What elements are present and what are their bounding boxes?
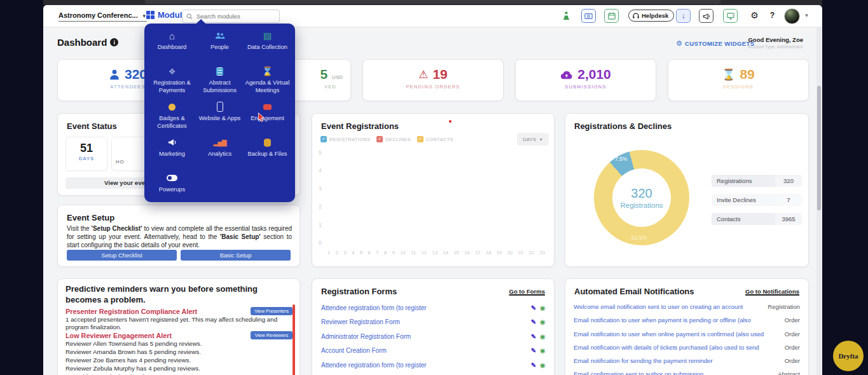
stat-card-sessions: ⌛ 89 SESSIONS bbox=[668, 59, 809, 101]
predictive-reminders-card: Predictive reminders warn you before som… bbox=[57, 278, 300, 375]
predictive-title: Predictive reminders warn you before som… bbox=[65, 284, 294, 305]
alert-line: Reviewer Zoe Barnes has 4 pending review… bbox=[65, 357, 191, 364]
event-selector[interactable]: Astronomy Conferenc...▼ bbox=[59, 11, 147, 22]
settings-gear-icon[interactable]: ⚙ bbox=[748, 9, 761, 22]
module-item-engagement[interactable]: Engagement bbox=[244, 101, 291, 134]
data-table-icon: ▤ bbox=[263, 30, 272, 41]
email-row-link[interactable]: Email notification to user when online p… bbox=[574, 331, 764, 338]
form-row-link[interactable]: Reviewer Registration Form bbox=[321, 318, 400, 325]
event-setup-card: Event Setup Visit the 'Setup Checklist' … bbox=[57, 205, 300, 267]
email-row-link[interactable]: Email notification to user when payment … bbox=[574, 317, 751, 324]
view-reviewers-button[interactable]: View Reviewers bbox=[251, 331, 293, 339]
module-item-analytics[interactable]: ▂▅▇ Analytics bbox=[196, 137, 244, 170]
donut-legend-contacts: Contacts bbox=[712, 213, 776, 225]
registrations-declines-card: Registrations & Declines 7.5% 92.5% 320 … bbox=[565, 113, 809, 267]
help-icon[interactable]: ? bbox=[766, 9, 779, 22]
period-selector[interactable]: DAYS ▼ bbox=[517, 133, 549, 146]
module-item-website-apps[interactable]: Website & Apps bbox=[196, 101, 244, 134]
donut-center: 320 Registrations bbox=[612, 168, 671, 227]
form-row-link[interactable]: Attendee registration form (to register bbox=[321, 304, 427, 311]
registration-forms-title: Registration Forms bbox=[321, 287, 397, 296]
dashboard-home-icon: ⌂ bbox=[169, 30, 175, 41]
alert-line: Reviewer Allen Townsend has 5 pending re… bbox=[65, 340, 202, 348]
modules-grid-icon bbox=[146, 11, 155, 19]
email-row-category: Order bbox=[785, 317, 800, 324]
submissions-label: SUBMISSIONS bbox=[516, 84, 656, 90]
eye-icon[interactable]: ◉ bbox=[540, 362, 546, 369]
y-axis: 543210 bbox=[319, 149, 322, 246]
edit-icon[interactable]: ✎ bbox=[531, 347, 536, 354]
eye-icon[interactable]: ◉ bbox=[540, 318, 546, 325]
sessions-label: SESSIONS bbox=[668, 84, 808, 90]
search-input[interactable] bbox=[195, 12, 268, 20]
countdown-days-box: 51 DAYS bbox=[65, 137, 107, 171]
event-selector-label: Astronomy Conferenc... bbox=[59, 11, 138, 19]
hours-label: HOURS bbox=[116, 159, 124, 165]
email-row-link[interactable]: Email notification for sending the payme… bbox=[574, 357, 713, 364]
greeting-text: Good Evening, Zoe bbox=[733, 36, 803, 43]
announcements-megaphone-icon[interactable] bbox=[699, 9, 713, 23]
email-row-link[interactable]: Email notification with details of ticke… bbox=[574, 344, 759, 351]
go-to-notifications-link[interactable]: Go to Notifications bbox=[745, 288, 799, 295]
ticket-icon: ❖ bbox=[169, 65, 176, 77]
avatar-chevron-icon[interactable]: ▼ bbox=[800, 9, 813, 22]
module-item-backup-files[interactable]: Backup & Files bbox=[244, 137, 291, 170]
contacts-checkbox[interactable]: ✓ bbox=[417, 136, 424, 142]
alert-line: Reviewer Zebula Murphy has 4 pending rev… bbox=[65, 365, 200, 372]
scrollbar-thumb[interactable] bbox=[817, 86, 821, 210]
edit-icon[interactable]: ✎ bbox=[531, 318, 536, 325]
browser-chrome-accent bbox=[145, 0, 720, 4]
info-icon[interactable]: i bbox=[110, 38, 118, 46]
donut-legend-registrations: Registrations bbox=[712, 175, 776, 187]
speaker-podium-icon[interactable] bbox=[560, 9, 573, 22]
donut-small-slice-label: 7.5% bbox=[615, 156, 627, 162]
modules-dropdown: ⌂ Dashboard People ▤ Data Collection ❖ R… bbox=[144, 24, 295, 202]
go-to-forms-link[interactable]: Go to Forms bbox=[509, 288, 545, 295]
payments-icon[interactable] bbox=[581, 9, 596, 23]
module-item-powerups[interactable]: Powerups bbox=[148, 172, 196, 205]
avatar[interactable] bbox=[784, 8, 800, 24]
document-icon bbox=[216, 65, 223, 77]
module-item-agenda-virtual-meetings[interactable]: ⌛ Agenda & Virtual Meetings bbox=[244, 65, 291, 99]
module-item-dashboard[interactable]: ⌂ Dashboard bbox=[148, 30, 196, 63]
eye-icon[interactable]: ◉ bbox=[540, 304, 546, 311]
stat-card-submissions: 2,010 SUBMISSIONS bbox=[515, 59, 656, 101]
email-row-link[interactable]: Welcome email notification sent to user … bbox=[574, 303, 743, 310]
calendar-icon[interactable] bbox=[604, 9, 619, 23]
module-item-registration-payments[interactable]: ❖ Registration & Payments bbox=[148, 65, 196, 99]
module-item-people[interactable]: People bbox=[196, 30, 244, 63]
downloads-icon[interactable]: ↓ bbox=[676, 9, 691, 23]
registrations-checkbox[interactable]: ✓ bbox=[320, 136, 327, 142]
form-row-link[interactable]: Administrator Registration Form bbox=[321, 333, 411, 340]
form-row-link[interactable]: Account Creation Form bbox=[321, 347, 387, 354]
display-monitor-icon[interactable] bbox=[723, 9, 738, 23]
days-value: 51 bbox=[66, 142, 107, 155]
basic-setup-button[interactable]: Basic Setup bbox=[181, 250, 291, 261]
alert-scrollbar[interactable] bbox=[293, 304, 295, 375]
pending-orders-label: PENDING ORDERS bbox=[363, 84, 503, 90]
email-row-link[interactable]: Email confirmation sent to author on sub… bbox=[574, 371, 703, 375]
module-item-badges-certificates[interactable]: Badges & Certificates bbox=[148, 101, 196, 134]
edit-icon[interactable]: ✎ bbox=[531, 304, 536, 311]
form-row-link[interactable]: Attendee registration form (to register bbox=[321, 362, 427, 369]
legend-declines: DECLINES bbox=[385, 137, 411, 142]
eye-icon[interactable]: ◉ bbox=[540, 333, 546, 340]
pending-orders-value: 19 bbox=[432, 67, 447, 82]
eye-icon[interactable]: ◉ bbox=[540, 347, 546, 354]
declines-checkbox[interactable]: ✓ bbox=[376, 136, 383, 142]
donut-legend-contacts-value: 3965 bbox=[775, 213, 802, 225]
module-search bbox=[182, 10, 280, 23]
registrations-declines-title: Registrations & Declines bbox=[574, 121, 672, 131]
module-item-data-collection[interactable]: ▤ Data Collection bbox=[244, 30, 291, 63]
event-status-title: Event Status bbox=[67, 121, 117, 131]
dryfta-brand-badge[interactable]: Dryfta bbox=[833, 341, 864, 371]
setup-checklist-button[interactable]: Setup Checklist bbox=[67, 250, 177, 261]
red-dot-marker bbox=[449, 120, 451, 123]
edit-icon[interactable]: ✎ bbox=[531, 333, 536, 340]
chat-bubble-icon bbox=[263, 101, 272, 112]
module-item-abstract-submissions[interactable]: Abstract Submissions bbox=[196, 65, 244, 99]
view-presenters-button[interactable]: View Presenters bbox=[251, 307, 293, 315]
module-item-marketing[interactable]: Marketing bbox=[148, 137, 196, 170]
helpdesk-button[interactable]: Helpdesk bbox=[628, 10, 674, 22]
edit-icon[interactable]: ✎ bbox=[531, 362, 536, 369]
